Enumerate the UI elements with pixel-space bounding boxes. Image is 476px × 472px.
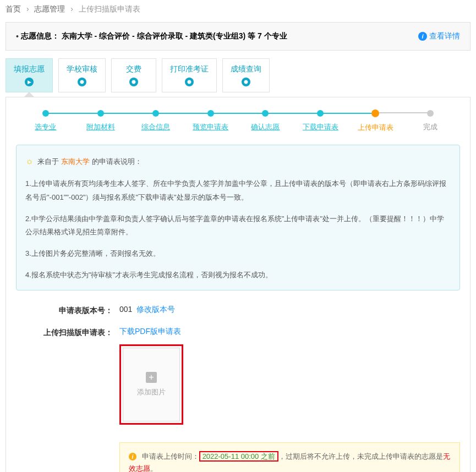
info-prefix: 志愿信息： — [21, 31, 59, 40]
download-pdf-link[interactable]: 下载PDF版申请表 — [119, 327, 181, 336]
view-detail-link[interactable]: i 查看详情 — [418, 31, 460, 41]
play-icon: ▶ — [25, 78, 34, 86]
hex-icon: ⬣ — [78, 78, 86, 86]
progress-stepper: 选专业 附加材料 综合信息 预览申请表 确认志愿 下载申请表 上传申请表 完成 — [16, 109, 460, 133]
info-bar: • 志愿信息： 东南大学 - 综合评价 - 综合评价录取 - 建筑类(专业组3)… — [6, 22, 470, 51]
upload-row: 上传扫描版申请表： 下载PDF版申请表 + 添加图片 — [16, 325, 460, 433]
step-complete: 完成 — [403, 110, 458, 132]
notice-item-4: 4.报名系统中状态为"待审核"才表示考生完成报名流程，否则视为报名不成功。 — [25, 268, 451, 282]
notice-item-1: 1.上传申请表所有页均须考生本人签字、所在中学负责人签字并加盖中学公章，且上传申… — [25, 177, 451, 204]
notice-item-2: 2.中学公示结果须由中学盖章和负责人签字确认后与签字盖章的申请表在报名系统"上传… — [25, 212, 451, 239]
bulb-icon: ☼ — [25, 156, 34, 166]
bullet-icon: • — [16, 32, 19, 41]
tab-fill-volunteer[interactable]: 填报志愿 ▶ — [6, 58, 53, 92]
upload-highlight-border: + 添加图片 — [119, 344, 183, 425]
main-tabs: 填报志愿 ▶ 学校审核 ⬣ 交费 ⬣ 打印准考证 ⬣ 成绩查询 ⬣ — [0, 58, 476, 92]
chevron-right-icon: › — [26, 4, 29, 13]
hex-icon: ⬣ — [129, 78, 138, 86]
breadcrumb-current: 上传扫描版申请表 — [79, 4, 140, 13]
deadline-value: 2022-05-11 00:00 之前 — [199, 451, 278, 462]
notice-item-3: 3.上传图片务必完整清晰，否则报名无效。 — [25, 247, 451, 261]
tab-payment[interactable]: 交费 ⬣ — [111, 58, 156, 92]
hex-icon: ⬣ — [242, 78, 250, 86]
tab-print-ticket[interactable]: 打印准考证 ⬣ — [162, 58, 217, 92]
plus-icon: + — [146, 372, 157, 383]
info-text: 东南大学 - 综合评价 - 综合评价录取 - 建筑类(专业组3) 等 7 个专业 — [62, 31, 287, 40]
hex-icon: ⬣ — [185, 78, 194, 86]
notice-box: ☼ 来自于 东南大学 的申请表说明： 1.上传申请表所有页均须考生本人签字、所在… — [16, 145, 460, 290]
version-row: 申请表版本号： 001 修改版本号 — [16, 303, 460, 325]
tab-score-query[interactable]: 成绩查询 ⬣ — [222, 58, 270, 92]
university-name: 东南大学 — [61, 157, 90, 166]
info-icon: i — [418, 32, 427, 41]
breadcrumb-manage[interactable]: 志愿管理 — [34, 4, 65, 13]
breadcrumb-home[interactable]: 首页 — [6, 4, 21, 13]
version-value: 001 — [119, 305, 132, 314]
add-image-button[interactable]: + 添加图片 — [123, 348, 180, 421]
deadline-warning: i 申请表上传时间：2022-05-11 00:00 之前，过期后将不允许上传，… — [119, 442, 460, 472]
warning-icon: i — [129, 453, 136, 460]
tab-school-review[interactable]: 学校审核 ⬣ — [58, 58, 106, 92]
content-panel: 选专业 附加材料 综合信息 预览申请表 确认志愿 下载申请表 上传申请表 完成 … — [6, 97, 470, 472]
chevron-right-icon: › — [70, 4, 73, 13]
breadcrumb: 首页 › 志愿管理 › 上传扫描版申请表 — [0, 0, 476, 19]
step-select-major[interactable]: 选专业 — [18, 110, 73, 132]
edit-version-link[interactable]: 修改版本号 — [136, 305, 175, 314]
